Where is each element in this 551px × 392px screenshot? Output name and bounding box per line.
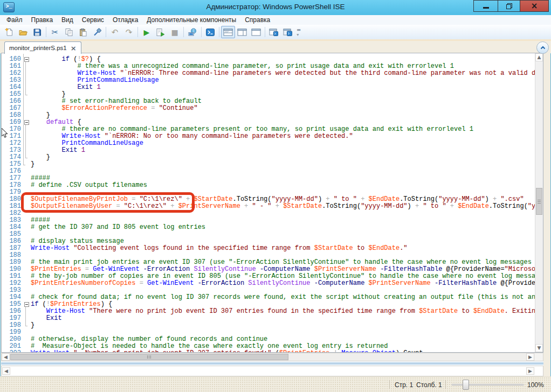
restore-button[interactable]: [498, 0, 520, 12]
script-pane-top-icon: [223, 29, 233, 36]
code-line[interactable]: 181$OutputFilenameByUser = "C:\1\rez\" +…: [2, 203, 535, 210]
paste-button[interactable]: [76, 26, 90, 38]
console-scroll-right-button[interactable]: ▶: [526, 367, 534, 375]
scroll-right-button[interactable]: ▶: [526, 353, 534, 361]
fold-margin: [23, 133, 31, 140]
code-line[interactable]: 182: [2, 210, 535, 217]
scrollbar-corner: [535, 353, 543, 361]
scroll-up-button[interactable]: ▲: [535, 53, 543, 61]
code-line[interactable]: 168 }: [2, 112, 535, 119]
toolbar-separator: [137, 27, 138, 37]
close-icon: ×: [531, 2, 538, 10]
code-line[interactable]: 197 Exit: [2, 315, 535, 322]
open-script-button[interactable]: [16, 26, 30, 38]
fold-collapse-icon[interactable]: [24, 57, 29, 62]
code-text: Exit: [31, 315, 62, 322]
code-viewport[interactable]: 159160 if (!$?) {161 # there was a unrec…: [2, 53, 535, 352]
code-line[interactable]: 198}: [2, 322, 535, 329]
show-script-pane-maximized-button[interactable]: [249, 26, 263, 38]
fold-margin: [23, 329, 31, 336]
title-bar: >_ Администратор: Windows PowerShell ISE…: [0, 0, 551, 15]
code-lines: 159160 if (!$?) {161 # there was a unrec…: [2, 53, 535, 352]
fold-margin: [23, 105, 31, 112]
close-button[interactable]: ×: [520, 0, 549, 12]
zoom-slider-thumb[interactable]: [463, 380, 469, 390]
menu-item-addons[interactable]: Дополнительные компоненты: [142, 16, 240, 24]
copy-button[interactable]: [62, 26, 76, 38]
scroll-left-button[interactable]: ◀: [2, 353, 10, 361]
run-script-button[interactable]: ▶: [140, 26, 154, 38]
undo-button[interactable]: ↶: [108, 26, 122, 38]
show-script-pane-top-button[interactable]: [221, 26, 235, 38]
code-text: # define .CSV output filenames: [31, 182, 147, 189]
new-remote-powershell-tab-button[interactable]: [185, 26, 199, 38]
code-line[interactable]: 202Write-Host " Number of print job even…: [2, 350, 535, 352]
minimize-button[interactable]: [473, 0, 498, 12]
powershell-tab-icon: [269, 28, 279, 37]
vertical-scroll-thumb[interactable]: [536, 188, 542, 215]
stop-operation-button[interactable]: ■: [168, 26, 182, 38]
fold-margin: [23, 84, 31, 91]
tab-close-icon[interactable]: ×: [71, 45, 77, 52]
toolbar-separator: [201, 27, 202, 37]
clear-console-pane-button[interactable]: [90, 26, 104, 38]
new-powershell-tab-button[interactable]: [267, 26, 281, 38]
toolbar-overflow-button[interactable]: ▬▾: [295, 26, 302, 38]
code-line[interactable]: 164 Exit 1: [2, 84, 535, 91]
menu-item-debug[interactable]: Отладка: [108, 16, 142, 24]
fold-margin: [23, 161, 31, 168]
code-line[interactable]: 178# define .CSV output filenames: [2, 182, 535, 189]
paste-icon: [79, 28, 87, 37]
code-line[interactable]: 176: [2, 168, 535, 175]
collapse-pane-button[interactable]: [536, 41, 549, 54]
code-line[interactable]: 174 }: [2, 154, 535, 161]
fold-margin: [23, 203, 31, 210]
menu-item-file[interactable]: Файл: [2, 16, 27, 24]
cut-icon: ✂: [52, 27, 59, 37]
fold-margin: [23, 119, 31, 126]
new-script-button[interactable]: [2, 26, 16, 38]
toolbar-separator: [265, 27, 265, 37]
fold-margin: [23, 182, 31, 189]
copy-icon: [65, 28, 73, 37]
script-tab[interactable]: monitor_printerS.ps1 ×: [4, 41, 81, 54]
fold-collapse-icon[interactable]: [24, 120, 29, 125]
script-pane-right-icon: [237, 29, 247, 36]
script-editor-pane[interactable]: 159160 if (!$?) {161 # there was a unrec…: [1, 53, 543, 353]
new-powershell-tab-alt-button[interactable]: [281, 26, 295, 38]
status-column-number: Столб. 1: [416, 381, 442, 389]
status-bar: Стр. 1 Столб. 1 100%: [0, 376, 551, 392]
code-line[interactable]: 184# get the ID 307 and ID 805 event log…: [2, 224, 535, 231]
menu-item-edit[interactable]: Правка: [27, 16, 58, 24]
menu-item-view[interactable]: Вид: [57, 16, 78, 24]
console-scroll-left-button[interactable]: ◀: [2, 367, 10, 375]
fold-collapse-icon[interactable]: [24, 302, 29, 307]
save-button[interactable]: [30, 26, 44, 38]
code-line[interactable]: 192$PrintEntriesNumberofCopies = Get-Win…: [2, 280, 535, 287]
line-number: 202: [2, 350, 23, 352]
menu-item-help[interactable]: Справка: [240, 16, 274, 24]
start-powershell-button[interactable]: [203, 26, 217, 38]
code-line[interactable]: 173 Exit 1: [2, 147, 535, 154]
show-script-pane-right-button[interactable]: [235, 26, 249, 38]
horizontal-scrollbar[interactable]: ◀ ▶: [1, 353, 543, 361]
restore-icon: [506, 3, 512, 9]
remote-computer-icon: [188, 28, 197, 37]
menu-item-tools[interactable]: Сервис: [78, 16, 108, 24]
code-line[interactable]: 187Write-Host "Collecting event logs fou…: [2, 245, 535, 252]
cut-button[interactable]: ✂: [48, 26, 62, 38]
code-line[interactable]: 175}: [2, 161, 535, 168]
code-line[interactable]: 196 Write-Host "There were no print job …: [2, 308, 535, 315]
stop-icon: ■: [171, 28, 178, 37]
console-scrollbar[interactable]: ◀ ▶: [1, 366, 543, 376]
redo-button[interactable]: ↷: [122, 26, 136, 38]
fold-margin: [23, 315, 31, 322]
pane-divider[interactable]: [1, 361, 543, 366]
horizontal-scroll-thumb[interactable]: [10, 354, 288, 360]
fold-margin: [23, 336, 31, 343]
scroll-down-button[interactable]: ▼: [535, 344, 543, 352]
code-text: Write-Host "There were no print job even…: [31, 308, 535, 315]
run-selection-button[interactable]: [154, 26, 168, 38]
code-line[interactable]: 167 $ErrorActionPreference = "Continue": [2, 105, 535, 112]
vertical-scrollbar[interactable]: ▲ ▼: [535, 53, 543, 352]
